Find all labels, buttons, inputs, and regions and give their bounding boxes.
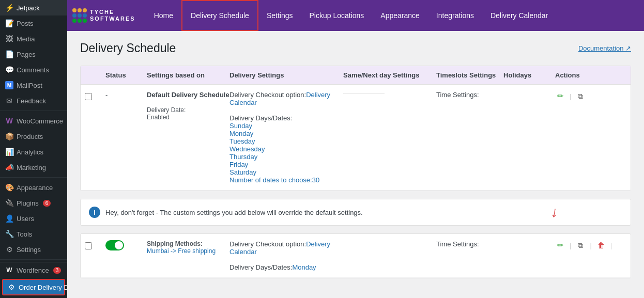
- sidebar-item-analytics[interactable]: 📊 Analytics: [0, 144, 67, 160]
- sidebar-item-tools[interactable]: 🔧 Tools: [0, 226, 67, 242]
- sidebar-item-label: MailPost: [17, 82, 42, 89]
- edit-button[interactable]: ✏: [555, 91, 565, 101]
- table-row-2: Shipping Methods: Mumbai -> Free shippin…: [81, 234, 631, 278]
- th-holidays: Holidays: [503, 71, 555, 79]
- nav-item-appearance[interactable]: Appearance: [372, 0, 428, 31]
- table-header: Status Settings based on Delivery Settin…: [81, 66, 631, 85]
- sidebar-item-label: Jetpack: [17, 4, 40, 12]
- sidebar-item-pages[interactable]: 📄 Pages: [0, 46, 67, 62]
- sidebar-item-order-delivery-date[interactable]: ⚙ Order Delivery Date: [2, 279, 65, 295]
- row-timeslots: Time Settings:: [436, 91, 503, 99]
- sidebar-item-label: Products: [17, 133, 43, 140]
- sidebar-item-posts[interactable]: 📝 Posts: [0, 15, 67, 31]
- sidebar-item-wordfence[interactable]: W Wordfence 3: [0, 262, 67, 278]
- th-status: Status: [105, 71, 147, 79]
- sidebar-item-jetpack[interactable]: ⚡ Jetpack: [0, 0, 67, 15]
- row2-action-divider-1: |: [570, 242, 571, 249]
- schedule-table: Status Settings based on Delivery Settin…: [80, 66, 631, 191]
- sidebar-item-label: Posts: [17, 20, 34, 27]
- logo-dots: [72, 8, 87, 23]
- sidebar-item-settings[interactable]: ⚙ Settings: [0, 242, 67, 257]
- main-area: TYCHESOFTWARES Home Delivery Schedule Se…: [67, 0, 644, 298]
- row2-status: [105, 240, 147, 250]
- th-actions: Actions: [555, 71, 617, 79]
- info-icon: i: [89, 207, 100, 218]
- media-icon: 🖼: [5, 35, 13, 43]
- action-icons: ✏ | ⧉: [555, 91, 617, 101]
- nav-items: Home Delivery Schedule Settings Pickup L…: [146, 0, 557, 31]
- woocommerce-icon: W: [5, 117, 13, 125]
- logo-area: TYCHESOFTWARES: [72, 8, 135, 23]
- toggle-switch[interactable]: [105, 240, 124, 250]
- sidebar-item-plugins[interactable]: 🔌 Plugins 6: [0, 195, 67, 211]
- page-header: Delivery Schedule Documentation ↗: [80, 41, 631, 55]
- sidebar-item-label: WooCommerce: [17, 117, 63, 125]
- day-saturday: Saturday: [229, 168, 343, 176]
- num-dates: Number of dates to choose:30: [229, 176, 343, 184]
- sidebar-item-label: Appearance: [17, 184, 53, 192]
- sidebar-item-label: Users: [17, 215, 34, 223]
- row2-delete-button[interactable]: 🗑: [596, 240, 606, 250]
- sidebar: ⚡ Jetpack 📝 Posts 🖼 Media 📄 Pages 💬 Comm…: [0, 0, 67, 298]
- nav-item-home[interactable]: Home: [146, 0, 181, 31]
- info-banner: i Hey, don't forget - The custom setting…: [80, 199, 631, 226]
- appearance-icon: 🎨: [5, 183, 13, 192]
- wordfence-icon: W: [5, 266, 13, 274]
- logo-text: TYCHESOFTWARES: [90, 9, 135, 22]
- info-banner-text: Hey, don't forget - The custom settings …: [105, 209, 363, 216]
- nav-item-pickup-locations[interactable]: Pickup Locations: [301, 0, 372, 31]
- sidebar-item-label: Media: [17, 35, 35, 43]
- row2-action-divider-3: |: [610, 242, 612, 249]
- sidebar-item-comments[interactable]: 💬 Comments: [0, 62, 67, 77]
- row-checkbox[interactable]: [85, 93, 92, 100]
- content-area: Delivery Schedule Documentation ↗ Status…: [67, 31, 644, 298]
- sidebar-item-label: Analytics: [17, 148, 43, 156]
- posts-icon: 📝: [5, 19, 13, 27]
- users-icon: 👤: [5, 214, 13, 223]
- row2-checkbox[interactable]: [85, 242, 92, 249]
- row2-actions: ✏ | ⧉ | 🗑 |: [555, 240, 617, 250]
- day-friday: Friday: [229, 161, 343, 168]
- nav-item-integrations[interactable]: Integrations: [428, 0, 482, 31]
- sidebar-item-media[interactable]: 🖼 Media: [0, 31, 67, 46]
- day-monday: Monday: [229, 130, 343, 137]
- sidebar-divider-2: [0, 177, 67, 178]
- mailpost-icon: M: [5, 81, 13, 89]
- delivery-schedule-name: Default Delivery Schedule: [147, 91, 229, 99]
- sidebar-item-feedback[interactable]: ✉ Feedback: [0, 93, 67, 108]
- plugins-icon: 🔌: [5, 199, 13, 207]
- row2-edit-button[interactable]: ✏: [555, 240, 565, 250]
- order-delivery-icon: ⚙: [7, 283, 16, 291]
- row2-timeslots: Time Settings:: [436, 240, 503, 248]
- feedback-icon: ✉: [5, 97, 13, 105]
- tools-icon: 🔧: [5, 230, 13, 238]
- plugins-badge: 6: [43, 200, 51, 207]
- th-settings-based-on: Settings based on: [147, 71, 229, 79]
- nav-item-delivery-calendar[interactable]: Delivery Calendar: [482, 0, 556, 31]
- day-wednesday: Wednesday: [229, 145, 343, 153]
- row2-settings-based-on: Shipping Methods: Mumbai -> Free shippin…: [147, 240, 229, 255]
- day-thursday: Thursday: [229, 153, 343, 161]
- copy-button[interactable]: ⧉: [575, 91, 586, 101]
- shipping-methods-label: Shipping Methods: Mumbai -> Free shippin…: [147, 240, 229, 255]
- sidebar-item-marketing[interactable]: 📣 Marketing: [0, 160, 67, 175]
- sidebar-item-products[interactable]: 📦 Products: [0, 129, 67, 144]
- row-actions: ✏ | ⧉: [555, 91, 617, 101]
- sidebar-item-mailpost[interactable]: M MailPost: [0, 77, 67, 93]
- sidebar-item-label: Comments: [17, 66, 49, 74]
- sidebar-item-woocommerce[interactable]: W WooCommerce: [0, 113, 67, 129]
- action-divider: |: [570, 92, 571, 100]
- sidebar-item-users[interactable]: 👤 Users: [0, 211, 67, 226]
- row2-action-icons: ✏ | ⧉ | 🗑 |: [555, 240, 617, 250]
- row2-copy-button[interactable]: ⧉: [575, 240, 586, 250]
- nav-item-settings[interactable]: Settings: [258, 0, 301, 31]
- day-sunday: Sunday: [229, 122, 343, 130]
- products-icon: 📦: [5, 132, 13, 140]
- sidebar-item-appearance[interactable]: 🎨 Appearance: [0, 180, 67, 195]
- documentation-link[interactable]: Documentation ↗: [578, 44, 631, 52]
- nav-item-delivery-schedule[interactable]: Delivery Schedule: [181, 0, 258, 31]
- row-status: -: [105, 91, 147, 99]
- th-same-next-day: Same/Next day Settings: [343, 71, 436, 79]
- sidebar-item-label: Pages: [17, 51, 36, 58]
- delivery-date-label: Delivery Date: Enabled: [147, 106, 229, 121]
